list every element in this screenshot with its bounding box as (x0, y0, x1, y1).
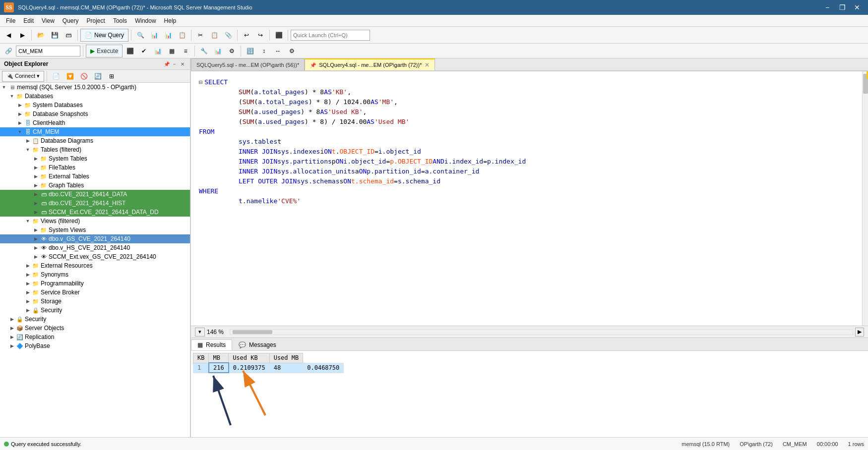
horiz-scrollbar[interactable] (230, 329, 853, 335)
editor-scrollbar[interactable] (862, 71, 868, 326)
tree-external-resources[interactable]: ▶ 📁 External Resources (0, 261, 190, 270)
tree-table-dd[interactable]: ▶ 🗃 SCCM_Ext.CVE_2021_26414_DATA_DD (0, 208, 190, 217)
menu-tools[interactable]: Tools (109, 16, 131, 25)
tree-db-diagrams[interactable]: ▶ 📋 Database Diagrams (0, 136, 190, 145)
search-box[interactable] (291, 30, 370, 41)
expand-security-db[interactable]: ▶ (24, 308, 32, 313)
tab-query5[interactable]: SQLQuery5.sql - me...EM (OP\garth (56))* (191, 58, 305, 70)
expand-server[interactable]: ▼ (0, 85, 8, 90)
expand-tables[interactable]: ▼ (24, 147, 32, 152)
redo-button[interactable]: ↪ (254, 29, 267, 42)
oe-filter-btn[interactable]: 🔽 (63, 70, 76, 83)
menu-project[interactable]: Project (83, 16, 109, 25)
tree-system-views[interactable]: ▶ 📁 System Views (0, 225, 190, 234)
tree-security-db[interactable]: ▶ 🔒 Security (0, 306, 190, 315)
undo-button[interactable]: ↩ (240, 29, 253, 42)
expand-sb[interactable]: ▶ (24, 290, 32, 295)
open-file-button[interactable]: 📂 (34, 29, 47, 42)
oe-minimize-button[interactable]: − (171, 60, 178, 67)
tree-external-tables[interactable]: ▶ 📁 External Tables (0, 172, 190, 181)
expand-clienthealth[interactable]: ▶ (16, 120, 24, 125)
tree-synonyms[interactable]: ▶ 📁 Synonyms (0, 270, 190, 279)
tree-view-gs[interactable]: ▶ 👁 dbo.v_GS_CVE_2021_264140 (0, 234, 190, 243)
menu-edit[interactable]: Edit (19, 16, 38, 25)
expand-databases[interactable]: ▼ (8, 94, 16, 99)
oe-collapse-btn[interactable]: ⊞ (105, 70, 118, 83)
horiz-scrollbar-thumb[interactable] (233, 330, 272, 334)
results-tab-results[interactable]: ▦ Results (191, 339, 232, 350)
menu-view[interactable]: View (38, 16, 59, 25)
toolbar-sql7[interactable]: ↕ (257, 45, 270, 57)
expand-table-dd[interactable]: ▶ (32, 210, 40, 215)
tree-view-ext[interactable]: ▶ 👁 SCCM_Ext.vex_GS_CVE_2021_264140 (0, 252, 190, 261)
tree-graph-tables[interactable]: ▶ 📁 Graph Tables (0, 181, 190, 190)
toolbar-btn1[interactable]: 🔍 (134, 29, 147, 42)
toolbar-sql4[interactable]: 📊 (211, 45, 224, 57)
expand-views[interactable]: ▼ (24, 219, 32, 224)
toolbar-sql6[interactable]: 🔢 (244, 45, 256, 57)
oe-filter-clear-btn[interactable]: 🚫 (77, 70, 90, 83)
display-plan-btn[interactable]: 📊 (151, 45, 164, 57)
tree-table-data[interactable]: ▶ 🗃 dbo.CVE_2021_26414_DATA (0, 190, 190, 199)
tree-programmability[interactable]: ▶ 📁 Programmability (0, 279, 190, 288)
tree-view-hs[interactable]: ▶ 👁 dbo.v_HS_CVE_2021_264140 (0, 243, 190, 252)
expand-table-data[interactable]: ▶ (32, 192, 40, 197)
sql-editor[interactable]: ⊟ SELECT SUM(a.total_pages) * 8 AS 'KB',… (191, 71, 868, 326)
results-tab-messages[interactable]: 💬 Messages (232, 339, 283, 350)
expand-storage[interactable]: ▶ (24, 299, 32, 304)
expand-system-tables[interactable]: ▶ (32, 156, 40, 161)
tree-replication[interactable]: ▶ 🔄 Replication (0, 333, 190, 341)
expand-synonyms[interactable]: ▶ (24, 272, 32, 277)
toolbar-btn3[interactable]: 📊 (162, 29, 175, 42)
back-button[interactable]: ◀ (2, 29, 15, 42)
tree-service-broker[interactable]: ▶ 📁 Service Broker (0, 288, 190, 297)
tree-polybase[interactable]: ▶ 🔷 PolyBase (0, 341, 190, 350)
expand-prog[interactable]: ▶ (24, 281, 32, 286)
expand-cm-mem[interactable]: ▼ (16, 129, 24, 134)
expand-diagrams[interactable]: ▶ (24, 138, 32, 143)
expand-system-views[interactable]: ▶ (32, 227, 40, 232)
tree-table-hist[interactable]: ▶ 🗃 dbo.CVE_2021_26414_HIST (0, 199, 190, 208)
scroll-right-btn[interactable]: ▶ (855, 328, 864, 337)
menu-help[interactable]: Help (160, 16, 181, 25)
expand-server-obj[interactable]: ▶ (8, 326, 16, 331)
toolbar-sql5[interactable]: ⚙ (225, 45, 238, 57)
cut-button[interactable]: ✂ (194, 29, 207, 42)
results-to-grid-btn[interactable]: ▦ (165, 45, 178, 57)
expand-security-top[interactable]: ▶ (8, 317, 16, 322)
expand-system-dbs[interactable]: ▶ (16, 103, 24, 108)
menu-query[interactable]: Query (59, 16, 83, 25)
execute-button[interactable]: ▶ Execute (86, 45, 123, 57)
expand-view-ext[interactable]: ▶ (32, 254, 40, 259)
toolbar-btn4[interactable]: 📋 (176, 29, 188, 42)
copy-button[interactable]: 📋 (208, 29, 221, 42)
tree-views-filtered[interactable]: ▼ 📁 Views (filtered) (0, 217, 190, 225)
parse-btn[interactable]: ✔ (137, 45, 150, 57)
tree-storage[interactable]: ▶ 📁 Storage (0, 297, 190, 306)
tree-cm-mem[interactable]: ▼ 🗄 CM_MEM (0, 127, 190, 136)
oe-refresh-btn[interactable]: 🔄 (91, 70, 104, 83)
close-button[interactable]: ✕ (850, 2, 864, 13)
result-row-1[interactable]: 1 216 0.2109375 48 0.0468750 (193, 363, 344, 373)
database-dropdown[interactable] (16, 46, 80, 56)
menu-window[interactable]: Window (131, 16, 160, 25)
tab4-close-button[interactable]: ✕ (425, 61, 430, 68)
save-button[interactable]: 💾 (48, 29, 61, 42)
tree-databases[interactable]: ▼ 📁 Databases (0, 92, 190, 101)
tab-query4[interactable]: 📌 SQLQuery4.sql - me...EM (OP\garth (72)… (305, 58, 435, 70)
expand-filetables[interactable]: ▶ (32, 165, 40, 170)
expand-ext-res[interactable]: ▶ (24, 263, 32, 268)
tree-db-snapshots[interactable]: ▶ 📁 Database Snapshots (0, 110, 190, 118)
stop-button[interactable]: ⬛ (272, 29, 285, 42)
toolbar-btn2[interactable]: 📊 (148, 29, 161, 42)
toolbar-sql9[interactable]: ⚙ (285, 45, 298, 57)
results-to-text-btn[interactable]: ≡ (179, 45, 192, 57)
oe-new-query-btn[interactable]: 📄 (50, 70, 62, 83)
tree-filetables[interactable]: ▶ 📁 FileTables (0, 163, 190, 172)
minimize-button[interactable]: − (820, 2, 834, 13)
new-query-button[interactable]: 📄 New Query (80, 29, 128, 42)
tree-system-tables[interactable]: ▶ 📁 System Tables (0, 154, 190, 163)
zoom-dropdown-btn[interactable]: ▾ (195, 328, 205, 337)
paste-button[interactable]: 📎 (222, 29, 235, 42)
expand-external-tables[interactable]: ▶ (32, 174, 40, 179)
